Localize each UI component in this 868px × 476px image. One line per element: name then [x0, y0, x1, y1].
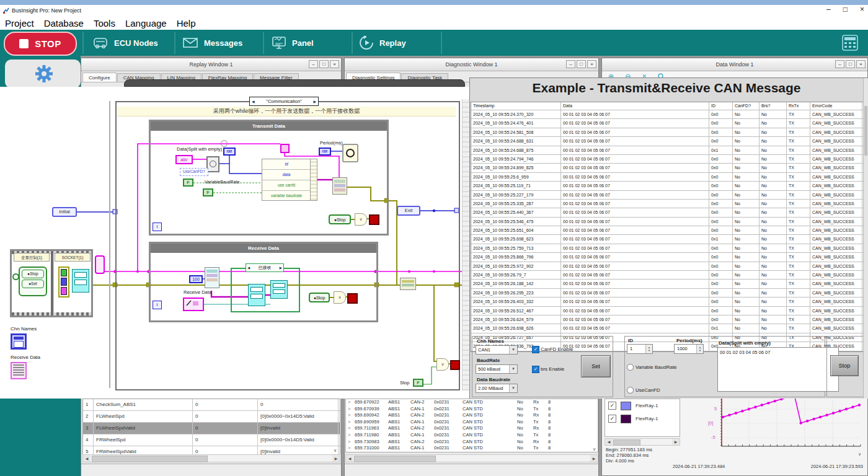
usecanfd-false-constant[interactable]: F [183, 178, 193, 187]
can-table-row[interactable]: 2024_05_10 09:55:24.899_82500 01 02 03 0… [471, 164, 863, 172]
variable-cluster[interactable]: ●Stop ●Set [19, 267, 47, 296]
can-read-node[interactable] [205, 267, 219, 288]
timeout-constant[interactable]: 100 [189, 275, 203, 283]
can-table-row[interactable]: 2024_05_10 09:55:26.698_62600 01 02 03 0… [471, 324, 863, 333]
settings-sidebar-button[interactable] [5, 60, 81, 88]
expand-icon[interactable]: > [346, 419, 355, 426]
can-table-row[interactable]: 2024_05_10 09:55:25.651_60400 01 02 03 0… [471, 226, 863, 235]
expand-icon[interactable]: > [346, 432, 355, 439]
expand-icon[interactable]: > [346, 399, 355, 406]
legend-checkbox[interactable]: ✓ [608, 402, 616, 410]
set-button[interactable]: Set [581, 355, 611, 377]
can-table-row[interactable]: 2024_05_10 09:55:25.759_71300 01 02 03 0… [471, 244, 863, 253]
diagnostic-minimize-button[interactable]: – [566, 60, 575, 68]
trace-table-row[interactable]: >659.690942ABS1CAN-20x0231CAN STDNoRx8 [346, 412, 598, 419]
minimize-button[interactable]: – [826, 5, 831, 14]
scroll-thumb[interactable] [92, 456, 208, 462]
can-table-row[interactable]: 2024_05_10 09:55:26.188_14200 01 02 03 0… [471, 280, 863, 288]
replay-window-titlebar[interactable]: Replay Window 1 – □ × [81, 58, 341, 71]
close-button[interactable]: × [860, 5, 864, 14]
can-table-row[interactable]: 2024_05_10 09:55:26.512_46700 01 02 03 0… [471, 307, 863, 315]
can-table-row[interactable]: 2024_05_10 09:55:25.227_17900 01 02 03 0… [471, 191, 863, 200]
receive-case-structure[interactable] [231, 268, 300, 312]
trace-table-row[interactable]: >659.711963ABS1CAN-20x0231CAN STDNoRx8 [346, 425, 598, 432]
signal-scroll-down-icon[interactable]: ∨ [334, 448, 337, 453]
receive-stop-terminal[interactable] [347, 293, 358, 304]
scroll-right-icon[interactable]: ▶ [332, 455, 340, 462]
can-table-row[interactable]: 2024_05_10 09:55:25.698_62300 01 02 03 0… [471, 235, 863, 244]
trace-table-row[interactable]: >659.670922ABS1CAN-20x0231CAN STDNoRx8 [346, 399, 598, 406]
legend-checkbox[interactable]: ✓ [608, 415, 616, 423]
transmit-stop-terminal[interactable] [369, 214, 379, 225]
usecanfd-radio[interactable] [627, 387, 634, 394]
scroll-left-icon[interactable]: ◀ [605, 439, 613, 445]
can-table-row[interactable]: 2024_05_10 09:55:25.335_28700 01 02 03 0… [471, 200, 863, 208]
menu-item-tools[interactable]: Tools [94, 18, 115, 29]
layout-grid-button[interactable] [839, 33, 861, 55]
can-table-row[interactable]: 2024_05_10 09:55:25.546_47500 01 02 03 0… [471, 218, 863, 226]
bottom-stop-terminal[interactable] [450, 360, 460, 370]
receive-data-terminal-icon[interactable] [11, 362, 27, 379]
expand-icon[interactable]: > [346, 406, 355, 413]
can-write-node[interactable] [332, 177, 347, 195]
bundle-by-name-node[interactable]: id data use canfd variable baudrate [262, 159, 311, 201]
can-table-row[interactable]: 2024_05_10 09:55:26.624_57900 01 02 03 0… [471, 315, 863, 324]
scroll-right-icon[interactable]: ▶ [672, 439, 680, 445]
toolbar-button-replay[interactable]: Replay [358, 31, 406, 55]
scroll-thumb[interactable] [613, 439, 640, 446]
can-table-row[interactable]: 2024_05_10 09:55:25.119_7100 01 02 03 04… [471, 182, 863, 190]
data-close-button[interactable]: × [856, 60, 866, 68]
trace-table-row[interactable]: >659.731000ABS1CAN-10x0231CAN STDNoTx8 [346, 445, 598, 452]
signal-table-row[interactable]: 4FRWheelSpd0[0]0x0000~0x14D5:Valid [83, 434, 340, 446]
expand-icon[interactable]: > [346, 439, 355, 446]
can-table-row[interactable]: 2024_05_10 09:55:24.688_63100 01 02 03 0… [471, 137, 863, 146]
variable-baudrate-radio[interactable] [627, 364, 634, 371]
can-table-row[interactable]: 2024_05_10 09:55:25.972_90200 01 02 03 0… [471, 262, 863, 271]
expand-icon[interactable]: > [346, 445, 355, 452]
varbaud-false-constant[interactable]: F [203, 188, 213, 196]
can-table-row[interactable]: 2024_05_10 09:55:26.403_33200 01 02 03 0… [471, 298, 863, 306]
signal-hscrollbar[interactable]: ◀ ▶ [82, 454, 340, 462]
replay-maximize-button[interactable]: □ [319, 60, 329, 68]
tab-configure[interactable]: Configure [82, 73, 117, 82]
toolbar-button-panel[interactable]: Panel [271, 31, 314, 55]
case-selector[interactable]: ◀ "Communication" ▶ [249, 97, 319, 106]
receive-data-indicator[interactable] [183, 298, 204, 311]
transmit-stop-boolean[interactable]: ●Stop [329, 214, 351, 224]
panel-scrollbar[interactable] [863, 78, 868, 399]
split-string-node[interactable] [206, 156, 219, 172]
toolbar-button-messages[interactable]: Messages [182, 31, 242, 55]
chart-scroll-down-icon[interactable]: ∨ [858, 452, 861, 457]
can-table-row[interactable]: 2024_05_10 09:55:24.688_87500 01 02 03 0… [471, 146, 863, 155]
signal-table-row[interactable]: 2FLWheelSpd0[0]0x0000~0x14D5:Valid [83, 411, 340, 423]
trace-table-row[interactable]: >659.670939ABS1CAN-10x0231CAN STDNoTx8 [346, 406, 598, 413]
brs-enable-checkbox[interactable]: ✓ [532, 366, 539, 373]
cluster-constant[interactable] [280, 144, 290, 153]
line-chart[interactable] [713, 399, 865, 448]
diagnostic-window-titlebar[interactable]: Diagnostic Window 1 – □ × [345, 58, 598, 71]
initial-enum-constant[interactable]: Initial [52, 207, 77, 217]
receive-stop-boolean[interactable]: ●Stop [309, 293, 330, 302]
trace-table-row[interactable]: >659.690959ABS1CAN-10x0231CAN STDNoTx8 [346, 419, 598, 426]
data-split-terminal[interactable]: abc [175, 155, 193, 164]
replay-minimize-button[interactable]: – [309, 60, 318, 68]
can-table-row[interactable]: 2024_05_10 09:55:25.440_36700 01 02 03 0… [471, 208, 863, 217]
expand-icon[interactable]: > [346, 425, 355, 432]
scroll-right-icon[interactable]: ▶ [590, 455, 598, 462]
expand-icon[interactable]: > [346, 412, 355, 419]
menu-item-language[interactable]: Language [125, 18, 167, 29]
decode-node-2[interactable] [270, 280, 288, 299]
signal-table-row[interactable]: 1CheckSum_ABS100 [83, 399, 340, 411]
trace-table-row[interactable]: >659.730983ABS1CAN-20x0231CAN STDNoRx8 [346, 439, 598, 446]
receive-case-selector[interactable]: ◀ 已接收 ▶ [246, 263, 284, 272]
scroll-thumb[interactable] [354, 456, 436, 462]
id-terminal[interactable]: I32 [223, 148, 236, 156]
can-table-row[interactable]: 2024_05_10 09:55:24.476_40100 01 02 03 0… [471, 119, 863, 128]
toolbar-button-ecu-nodes[interactable]: ECU Nodes [92, 31, 158, 55]
data-baudrate-dropdown[interactable]: 2.00 MBaud▼ [476, 384, 518, 393]
can-table-row[interactable]: 2024_05_10 09:55:24.370_32000 01 02 03 0… [471, 110, 863, 119]
menu-item-database[interactable]: Database [44, 18, 84, 29]
can-table-row[interactable]: 2024_05_10 09:55:25.6_95900 01 02 03 04 … [471, 173, 863, 182]
panel-stop-button[interactable]: Stop [830, 355, 859, 376]
signal-table-row[interactable]: 3FLWheelSpdValid0[0]Invalid [83, 423, 340, 434]
